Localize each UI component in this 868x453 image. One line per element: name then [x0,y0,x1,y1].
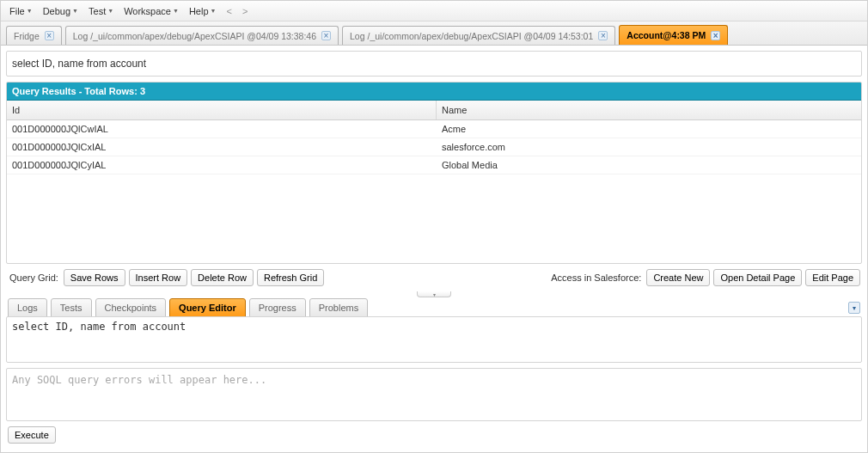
table-row[interactable]: 001D000000JQlCxIALsalesforce.com [7,138,861,156]
cell-id: 001D000000JQlCyIAL [7,156,437,174]
split-handle[interactable]: ▾ [6,291,862,298]
close-icon[interactable]: × [598,31,608,40]
menu-label: Help [189,6,209,16]
bottom-tab-progress[interactable]: Progress [249,298,306,317]
table-row[interactable]: 001D000000JQlCyIALGlobal Media [7,156,861,174]
query-error-pane: Any SOQL query errors will appear here..… [6,368,862,421]
document-tab[interactable]: Log /_ui/common/apex/debug/ApexCSIAPI @0… [65,26,339,45]
access-in-salesforce-label: Access in Salesforce: [549,272,643,283]
insert-row-button[interactable]: Insert Row [129,269,188,286]
close-icon[interactable]: × [321,31,331,40]
bottom-tab-checkpoints[interactable]: Checkpoints [95,298,167,317]
query-editor-textarea[interactable]: select ID, name from account [6,316,862,363]
document-tabbar: Fridge×Log /_ui/common/apex/debug/ApexCS… [1,21,867,46]
bottom-tab-logs[interactable]: Logs [8,298,47,317]
delete-row-button[interactable]: Delete Row [191,269,254,286]
tab-label: Log /_ui/common/apex/debug/ApexCSIAPI @0… [73,31,316,41]
menu-workspace[interactable]: Workspace▼ [119,2,184,21]
menu-debug[interactable]: Debug▼ [38,2,83,21]
tab-label: Account@4:38 PM [627,30,706,40]
tab-label: Fridge [14,31,40,41]
column-header-id[interactable]: Id [7,101,437,119]
dropdown-caret-icon: ▼ [173,8,179,14]
edit-page-button[interactable]: Edit Page [805,269,860,286]
dropdown-caret-icon: ▼ [211,8,217,14]
bottom-tabbar: LogsTestsCheckpointsQuery EditorProgress… [6,298,862,317]
menu-label: Debug [43,6,70,16]
query-display: select ID, name from account [6,51,862,77]
dropdown-caret-icon: ▼ [72,8,78,14]
menu-label: Workspace [124,6,171,16]
cell-id: 001D000000JQlCxIAL [7,138,437,156]
cell-name: Global Media [437,156,861,174]
document-tab[interactable]: Log /_ui/common/apex/debug/ApexCSIAPI @0… [342,26,615,45]
cell-name: salesforce.com [437,138,861,156]
close-icon[interactable]: × [45,31,54,40]
cell-name: Acme [437,120,861,138]
column-header-name[interactable]: Name [437,101,861,119]
split-grip-icon[interactable]: ▾ [417,291,451,297]
results-panel: Query Results - Total Rows: 3 Id Name 00… [6,82,862,264]
refresh-grid-button[interactable]: Refresh Grid [257,269,324,286]
bottom-tabs-overflow-icon[interactable]: ▾ [848,302,860,314]
bottom-tab-tests[interactable]: Tests [51,298,92,317]
execute-button[interactable]: Execute [8,426,56,444]
open-detail-page-button[interactable]: Open Detail Page [713,269,802,286]
menu-label: Test [89,6,106,16]
bottom-tab-query-editor[interactable]: Query Editor [169,298,246,317]
bottom-tab-problems[interactable]: Problems [309,298,368,317]
menu-test[interactable]: Test▼ [83,2,119,21]
document-tab[interactable]: Account@4:38 PM× [619,25,728,45]
results-column-header: Id Name [7,101,861,120]
nav-back-icon[interactable]: < [221,6,236,16]
query-grid-toolbar: Query Grid: Save Rows Insert Row Delete … [6,264,862,291]
save-rows-button[interactable]: Save Rows [64,269,125,286]
close-icon[interactable]: × [711,31,720,40]
menu-label: File [9,6,25,16]
query-display-text: select ID, name from account [12,58,146,70]
nav-forward-icon[interactable]: > [237,6,253,16]
tab-label: Log /_ui/common/apex/debug/ApexCSIAPI @0… [350,31,593,41]
results-header: Query Results - Total Rows: 3 [7,83,861,101]
cell-id: 001D000000JQlCwIAL [7,120,437,138]
menu-file[interactable]: File▼ [4,2,38,21]
dropdown-caret-icon: ▼ [107,8,113,14]
results-grid: 001D000000JQlCwIALAcme001D000000JQlCxIAL… [7,120,861,263]
document-tab[interactable]: Fridge× [6,26,62,45]
query-grid-label: Query Grid: [8,272,60,283]
menu-help[interactable]: Help▼ [184,2,222,21]
main-menubar: File▼Debug▼Test▼Workspace▼Help▼ < > [1,1,867,21]
table-row[interactable]: 001D000000JQlCwIALAcme [7,120,861,138]
dropdown-caret-icon: ▼ [27,8,33,14]
create-new-button[interactable]: Create New [646,269,710,286]
